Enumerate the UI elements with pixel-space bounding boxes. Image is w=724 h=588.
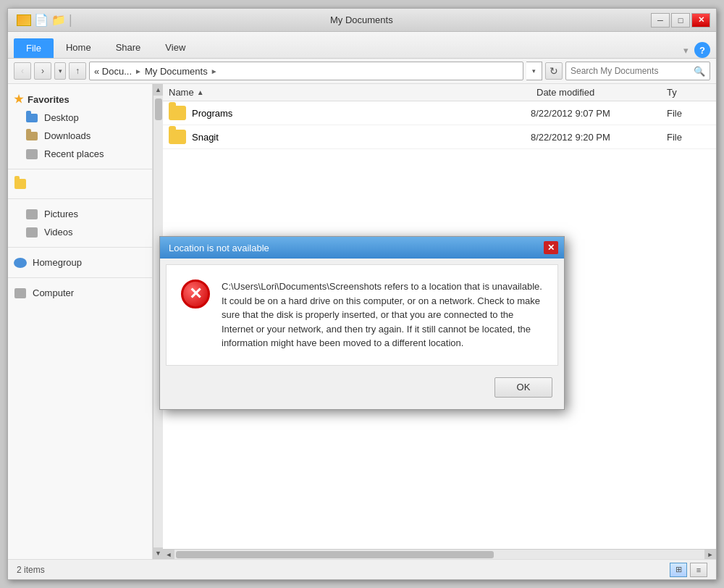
dialog-close-button[interactable]: ✕ [544, 241, 558, 254]
error-symbol: ✕ [189, 285, 202, 303]
error-dialog: Location is not available ✕ ✕ C:\Users\L… [159, 236, 565, 410]
dialog-title: Location is not available [169, 243, 269, 253]
main-window: 📄 📁 | My Documents ─ □ ✕ File Home Share… [7, 8, 717, 580]
dialog-overlay: Location is not available ✕ ✕ C:\Users\L… [8, 9, 716, 579]
error-icon: ✕ [181, 280, 210, 308]
dialog-message: C:\Users\Lori\Documents\Screenshots refe… [222, 280, 543, 350]
dialog-body: ✕ C:\Users\Lori\Documents\Screenshots re… [166, 264, 558, 366]
dialog-footer: OK [160, 371, 564, 409]
ok-button[interactable]: OK [494, 377, 552, 398]
dialog-title-bar: Location is not available ✕ [160, 237, 564, 259]
